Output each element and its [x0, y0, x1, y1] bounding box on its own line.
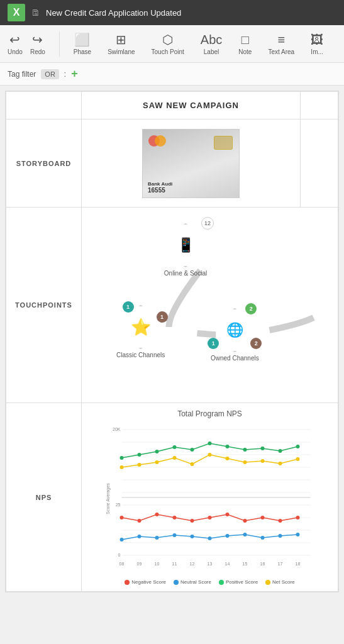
phase-button[interactable]: ⬜ Phase — [71, 31, 94, 57]
svg-text:18: 18 — [296, 562, 301, 566]
note-icon: □ — [241, 33, 249, 47]
svg-text:14: 14 — [225, 562, 230, 566]
touchpoint-classic-channels[interactable]: ⭐ 1 1 Classic Channels — [116, 305, 165, 358]
classic-channels-label: Classic Channels — [116, 352, 165, 358]
negative-score-dot — [125, 580, 130, 585]
svg-point-59 — [261, 536, 265, 540]
undo-icon: ↩ — [9, 32, 20, 47]
svg-point-13 — [173, 445, 177, 449]
legend-positive-label: Positive Score — [226, 579, 258, 585]
label-button[interactable]: Abc Label — [198, 31, 225, 57]
legend-neutral-label: Neutral Score — [180, 579, 211, 585]
neutral-score-dot — [174, 580, 179, 585]
svg-point-40 — [120, 516, 124, 519]
document-icon: 🖺 — [31, 8, 40, 18]
svg-text:15: 15 — [243, 562, 248, 566]
svg-point-61 — [296, 533, 300, 536]
textarea-button[interactable]: ≡ Text Area — [265, 31, 297, 57]
touchpoint-button[interactable]: ⬡ Touch Point — [149, 31, 187, 57]
hex-shape-online: 📱 — [164, 223, 208, 267]
swimlane-label: Swimlane — [108, 48, 135, 55]
storyboard-row: STORYBOARD Bank Audi 16555 — [6, 119, 338, 208]
svg-point-30 — [279, 462, 282, 465]
svg-point-15 — [208, 441, 212, 445]
touchpoints-content: 📱 12 Online & Social ⭐ — [88, 217, 331, 393]
svg-point-29 — [261, 459, 265, 463]
bank-name: Bank Audi — [148, 181, 172, 187]
svg-text:13: 13 — [208, 562, 213, 566]
note-button[interactable]: □ Note — [236, 31, 254, 57]
svg-text:09: 09 — [137, 562, 142, 566]
svg-text:20K: 20K — [113, 427, 121, 431]
svg-point-42 — [155, 513, 159, 516]
svg-point-27 — [226, 457, 230, 460]
svg-text:11: 11 — [172, 562, 177, 566]
svg-text:08: 08 — [119, 562, 125, 566]
document-title: New Credit Card Application Updated — [46, 8, 181, 18]
redo-label: Redo — [30, 48, 45, 55]
hex-wrapper-online: 📱 12 — [164, 223, 208, 267]
star-icon: ⭐ — [131, 318, 151, 337]
svg-point-53 — [155, 536, 159, 540]
svg-point-25 — [191, 462, 194, 466]
svg-point-20 — [296, 445, 300, 448]
svg-point-49 — [279, 519, 282, 523]
redo-button[interactable]: ↪ Redo — [28, 31, 48, 57]
touchpoint-online-social[interactable]: 📱 12 Online & Social — [164, 223, 208, 277]
classic-badge-teal-1: 1 — [123, 301, 134, 313]
redo-icon: ↪ — [32, 32, 43, 47]
touchpoints-cell: 📱 12 Online & Social ⭐ — [82, 208, 338, 403]
svg-point-51 — [120, 538, 124, 541]
svg-point-43 — [173, 516, 177, 519]
journey-table: SAW NEW CAMPAIGN STORYBOARD — [6, 91, 338, 592]
storyboard-cell: Bank Audi 16555 — [82, 119, 301, 208]
online-badge-12: 12 — [201, 217, 214, 230]
svg-point-18 — [261, 447, 265, 450]
storyboard-empty-cell — [301, 119, 338, 208]
svg-text:12: 12 — [190, 562, 195, 566]
svg-point-45 — [208, 516, 212, 519]
undo-button[interactable]: ↩ Undo — [5, 31, 25, 57]
legend-negative-label: Negative Score — [131, 579, 166, 585]
owned-badge-teal-1: 1 — [208, 338, 219, 349]
nps-chart-title: Total Program NPS — [88, 409, 331, 418]
svg-point-11 — [138, 453, 141, 457]
svg-text:25: 25 — [116, 502, 121, 507]
textarea-icon: ≡ — [277, 33, 285, 47]
svg-point-1 — [155, 135, 166, 147]
nps-row-label: NPS — [6, 403, 82, 592]
swimlane-button[interactable]: ⊞ Swimlane — [105, 31, 137, 57]
owned-channels-label: Owned Channels — [211, 355, 259, 362]
legend-positive: Positive Score — [219, 579, 258, 585]
hex-wrapper-owned: 🌐 2 1 2 — [213, 308, 257, 352]
classic-badge-brown-1: 1 — [157, 311, 168, 323]
label-icon: Abc — [201, 33, 222, 47]
phase-icon: ⬜ — [74, 32, 90, 47]
touchpoints-row-label: TOUCHPOINTS — [6, 208, 82, 403]
svg-point-23 — [155, 460, 159, 464]
svg-point-26 — [208, 453, 212, 457]
bank-number: 16555 — [148, 187, 165, 194]
image-icon: 🖼 — [311, 33, 323, 47]
touchpoints-row: TOUCHPOINTS — [6, 208, 338, 403]
svg-point-44 — [191, 519, 194, 523]
svg-point-50 — [296, 516, 300, 519]
nps-chart-svg: Score Averages 20K — [88, 423, 331, 574]
image-button[interactable]: 🖼 Im... — [308, 31, 326, 57]
undo-redo-group: ↩ Undo ↪ Redo — [5, 31, 48, 57]
nps-legend: Negative Score Neutral Score Positive Sc… — [88, 579, 331, 585]
svg-point-16 — [226, 445, 230, 448]
svg-point-10 — [120, 456, 124, 460]
svg-text:10: 10 — [155, 562, 160, 566]
svg-point-47 — [243, 519, 247, 523]
nps-cell: Total Program NPS Score Averages — [82, 403, 338, 592]
touchpoint-owned-channels[interactable]: 🌐 2 1 2 Owned Channels — [211, 308, 259, 362]
svg-point-31 — [296, 457, 300, 461]
tag-filter-add-button[interactable]: + — [71, 67, 78, 80]
owned-badge-brown-2: 2 — [250, 338, 262, 349]
tag-filter-or-badge: OR — [41, 69, 59, 79]
tag-filter-bar: Tag filter OR : + — [0, 63, 344, 86]
svg-point-52 — [138, 535, 141, 538]
positive-score-dot — [219, 580, 224, 585]
hex-wrapper-classic: ⭐ 1 1 — [119, 305, 163, 349]
